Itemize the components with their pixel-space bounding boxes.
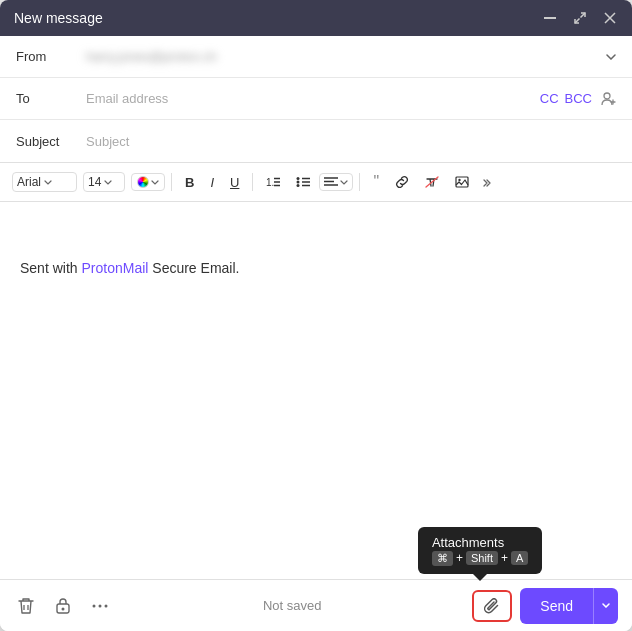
text-color-button[interactable] xyxy=(131,173,165,191)
more-button[interactable] xyxy=(88,600,112,612)
trash-icon xyxy=(18,597,34,615)
from-row: From harry.jones@proton.ch xyxy=(0,36,632,78)
svg-point-1 xyxy=(604,93,610,99)
quote-button[interactable]: " xyxy=(366,169,386,195)
svg-point-23 xyxy=(105,604,108,607)
delete-button[interactable] xyxy=(14,593,38,619)
lock-button[interactable] xyxy=(52,593,74,618)
subject-label: Subject xyxy=(16,134,86,149)
sent-with-text: Sent with xyxy=(20,260,81,276)
unordered-list-button[interactable] xyxy=(289,172,317,192)
align-dropdown[interactable] xyxy=(319,173,353,191)
send-button[interactable]: Send xyxy=(520,588,593,624)
font-family-chevron-icon xyxy=(44,180,52,185)
svg-point-22 xyxy=(99,604,102,607)
expand-button[interactable] xyxy=(572,10,588,26)
secure-suffix: Secure Email. xyxy=(148,260,239,276)
bottom-left-actions xyxy=(14,593,112,619)
link-icon xyxy=(395,175,409,189)
clear-format-button[interactable] xyxy=(418,171,446,193)
toolbar-divider-3 xyxy=(359,173,360,191)
save-status: Not saved xyxy=(112,598,472,613)
to-row: To CC BCC xyxy=(0,78,632,120)
add-contact-button[interactable] xyxy=(600,91,616,107)
bold-button[interactable]: B xyxy=(178,171,201,194)
svg-text:1.: 1. xyxy=(266,177,274,188)
image-icon xyxy=(455,176,469,188)
link-button[interactable] xyxy=(388,171,416,193)
send-dropdown-button[interactable] xyxy=(593,588,618,624)
send-chevron-icon xyxy=(602,603,610,608)
attachment-wrapper: Attachments ⌘ + Shift + A xyxy=(472,590,512,622)
font-family-value: Arial xyxy=(17,175,41,189)
title-bar-controls xyxy=(542,10,618,26)
font-size-select[interactable]: 14 xyxy=(83,172,125,192)
clear-format-icon xyxy=(425,175,439,189)
from-value: harry.jones@proton.ch xyxy=(86,49,602,64)
align-chevron-icon xyxy=(340,180,348,185)
from-label: From xyxy=(16,49,86,64)
svg-point-21 xyxy=(93,604,96,607)
image-button[interactable] xyxy=(448,172,476,192)
minimize-icon xyxy=(544,17,556,19)
to-input[interactable] xyxy=(86,91,540,106)
toolbar-divider-2 xyxy=(252,173,253,191)
close-icon xyxy=(604,12,616,24)
from-email: harry.jones@proton.ch xyxy=(86,49,217,64)
font-family-select[interactable]: Arial xyxy=(12,172,77,192)
toolbar-divider-1 xyxy=(171,173,172,191)
svg-point-16 xyxy=(458,179,460,181)
subject-row: Subject xyxy=(0,120,632,162)
more-chevron-icon xyxy=(482,176,492,188)
bcc-button[interactable]: BCC xyxy=(565,91,592,106)
ordered-list-button[interactable]: 1. xyxy=(259,172,287,192)
expand-icon xyxy=(574,12,586,24)
to-label: To xyxy=(16,91,86,106)
lock-icon xyxy=(56,597,70,614)
header-fields: From harry.jones@proton.ch To CC BCC xyxy=(0,36,632,163)
compose-body[interactable]: Sent with ProtonMail Secure Email. xyxy=(0,202,632,579)
svg-rect-0 xyxy=(544,17,556,19)
attachment-button[interactable] xyxy=(472,590,512,622)
more-options-button[interactable] xyxy=(478,173,496,191)
ordered-list-icon: 1. xyxy=(266,176,280,188)
font-size-chevron-icon xyxy=(104,180,112,185)
align-icon xyxy=(324,176,338,188)
window-title: New message xyxy=(14,10,103,26)
paperclip-icon xyxy=(484,598,500,614)
svg-point-8 xyxy=(297,184,300,187)
bottom-bar: Not saved Attachments ⌘ + Shift + A xyxy=(0,579,632,631)
formatting-toolbar: Arial 14 B I U 1. xyxy=(0,163,632,202)
body-text: Sent with ProtonMail Secure Email. xyxy=(20,258,612,279)
add-contact-icon xyxy=(600,91,616,107)
svg-point-20 xyxy=(62,608,65,611)
font-size-value: 14 xyxy=(88,175,101,189)
from-dropdown-button[interactable] xyxy=(606,51,616,62)
subject-input[interactable] xyxy=(86,134,616,149)
protonmail-link[interactable]: ProtonMail xyxy=(81,260,148,276)
svg-point-6 xyxy=(297,177,300,180)
unordered-list-icon xyxy=(296,176,310,188)
italic-button[interactable]: I xyxy=(203,171,221,194)
svg-point-7 xyxy=(297,181,300,184)
underline-button[interactable]: U xyxy=(223,171,246,194)
color-chevron-icon xyxy=(151,180,159,185)
close-button[interactable] xyxy=(602,10,618,26)
cc-button[interactable]: CC xyxy=(540,91,559,106)
compose-window: New message From harry.jones xyxy=(0,0,632,631)
color-circle-icon xyxy=(137,176,149,188)
minimize-button[interactable] xyxy=(542,15,558,21)
right-actions: Attachments ⌘ + Shift + A Send xyxy=(472,588,618,624)
cc-bcc-group: CC BCC xyxy=(540,91,592,106)
title-bar: New message xyxy=(0,0,632,36)
chevron-down-icon xyxy=(606,54,616,60)
ellipsis-icon xyxy=(92,604,108,608)
